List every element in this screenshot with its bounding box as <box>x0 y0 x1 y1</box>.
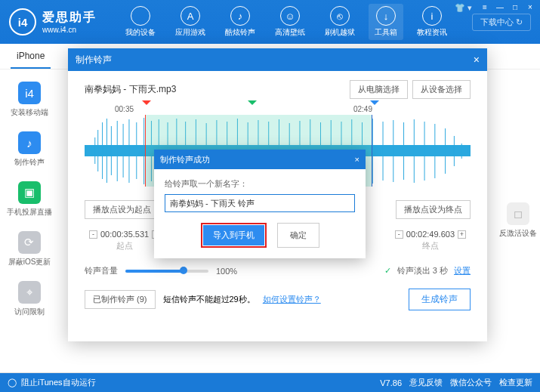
i4-icon: i4 <box>18 82 41 104</box>
ringtone-dialog-title: 制作铃声 <box>76 54 112 66</box>
highlight-box: 导入到手机 <box>201 223 267 248</box>
close-button[interactable]: × <box>525 3 535 11</box>
nav-label: 高清壁纸 <box>275 27 305 38</box>
end-minus-button[interactable]: - <box>395 230 403 239</box>
nav-ringtones[interactable]: ♪酷炫铃声 <box>219 4 261 40</box>
sidebar-install-mobile[interactable]: i4安装移动端 <box>11 82 48 118</box>
end-time-label: 终点 <box>395 240 466 252</box>
itunes-op-icon: ◯ <box>8 378 17 387</box>
sidebar-deactivate[interactable]: □反激活设备 <box>499 202 537 239</box>
rename-label: 给铃声取一个新名字： <box>165 178 355 190</box>
start-time-box: -00:00:35.531+ 起点 <box>89 230 160 252</box>
menu-icon[interactable]: ≡ <box>480 3 490 11</box>
maximize-button[interactable]: □ <box>510 3 520 11</box>
tab-iphone[interactable]: iPhone <box>11 45 51 69</box>
volume-label: 铃声音量 <box>85 265 118 276</box>
download-icon: ↓ <box>376 6 396 26</box>
statusbar: ◯ 阻止iTunes自动运行 V7.86 意见反馈 微信公众号 检查更新 <box>0 373 540 392</box>
audio-file-name: 南拳妈妈 - 下雨天.mp3 <box>85 83 176 96</box>
cast-icon: ▣ <box>18 181 41 204</box>
refresh-icon: ⟳ <box>18 231 41 254</box>
nav-label: 工具箱 <box>375 27 397 38</box>
window-controls: ≡ — □ × <box>480 3 535 11</box>
minimize-button[interactable]: — <box>495 3 505 11</box>
playhead-marker-icon[interactable] <box>248 100 257 108</box>
close-icon[interactable]: × <box>355 155 359 164</box>
close-icon[interactable]: × <box>474 54 480 66</box>
sidebar-block-update[interactable]: ⟳屏蔽iOS更新 <box>8 231 51 267</box>
made-ringtones-button[interactable]: 已制作铃声 (9) <box>85 290 156 309</box>
sidebar-label: 屏蔽iOS更新 <box>8 257 51 267</box>
end-time-value: 00:02:49.603 <box>406 230 455 239</box>
nav-apps[interactable]: A应用游戏 <box>169 4 211 40</box>
feedback-button[interactable]: 意见反馈 <box>409 377 443 388</box>
bottom-row: 已制作铃声 (9) 短信铃声不能超过29秒。 如何设置铃声？ 生成铃声 <box>85 289 471 310</box>
start-minus-button[interactable]: - <box>89 230 97 239</box>
end-plus-button[interactable]: + <box>458 230 466 239</box>
logo-badge-icon: i4 <box>9 8 36 35</box>
fade-settings-link[interactable]: 设置 <box>454 265 471 276</box>
set-start-button[interactable]: 播放点设为起点 <box>85 200 159 219</box>
bell-icon: ♪ <box>18 131 41 154</box>
download-center-button[interactable]: 下载中心 ↻ <box>472 14 531 31</box>
nav-flash[interactable]: ⎋刷机越狱 <box>319 4 361 40</box>
left-sidebar: i4安装移动端 ♪制作铃声 ▣手机投屏直播 ⟳屏蔽iOS更新 ⌖访问限制 <box>0 44 59 372</box>
nav-toolbox[interactable]: ↓工具箱 <box>369 4 403 40</box>
nav-tutorials[interactable]: i教程资讯 <box>411 4 453 40</box>
volume-value: 100% <box>216 267 237 276</box>
sidebar-label: 手机投屏直播 <box>7 207 52 218</box>
appstore-icon: A <box>181 6 200 26</box>
success-dialog: 制作铃声成功 × 给铃声取一个新名字： 导入到手机 确定 <box>154 150 366 258</box>
set-end-button[interactable]: 播放点设为终点 <box>396 200 471 219</box>
volume-row: 铃声音量 100% ✓ 铃声淡出 3 秒 设置 <box>85 265 471 276</box>
start-time-value: 00:00:35.531 <box>100 230 149 239</box>
select-from-device-button[interactable]: 从设备选择 <box>412 80 471 99</box>
import-to-phone-button[interactable]: 导入到手机 <box>203 225 264 245</box>
check-update-button[interactable]: 检查更新 <box>499 377 532 388</box>
nav-label: 刷机越狱 <box>325 27 355 38</box>
app-url: www.i4.cn <box>42 26 97 34</box>
end-marker-icon[interactable] <box>370 100 379 108</box>
nav-wallpapers[interactable]: ☺高清壁纸 <box>269 4 311 40</box>
block-itunes-toggle[interactable]: 阻止iTunes自动运行 <box>21 377 96 388</box>
success-dialog-title: 制作铃声成功 <box>160 154 210 165</box>
start-marker-icon[interactable] <box>142 100 151 108</box>
nav-label: 我的设备 <box>125 27 156 38</box>
nav-label: 教程资讯 <box>417 27 447 38</box>
sidebar-label: 访问限制 <box>14 307 45 317</box>
sidebar-label: 安装移动端 <box>11 107 48 118</box>
nav-label: 酷炫铃声 <box>225 27 255 38</box>
select-from-pc-button[interactable]: 从电脑选择 <box>350 80 408 99</box>
nav-my-device[interactable]: 我的设备 <box>119 4 162 40</box>
start-marker-time: 00:35 <box>115 105 134 113</box>
info-icon: i <box>422 6 442 26</box>
sidebar-make-ringtone[interactable]: ♪制作铃声 <box>14 131 45 168</box>
device-icon: □ <box>507 202 529 225</box>
nav-label: 应用游戏 <box>175 27 205 38</box>
version-label: V7.86 <box>380 378 402 387</box>
ok-button[interactable]: 确定 <box>277 223 319 248</box>
sidebar-label: 反激活设备 <box>499 228 537 239</box>
sidebar-screen-mirror[interactable]: ▣手机投屏直播 <box>7 181 52 218</box>
skin-icon[interactable]: 👕 ▾ <box>455 3 472 13</box>
apple-icon <box>131 6 150 26</box>
top-nav: 我的设备 A应用游戏 ♪酷炫铃声 ☺高清壁纸 ⎋刷机越狱 ↓工具箱 i教程资讯 <box>119 4 472 40</box>
lock-icon: ⌖ <box>18 281 41 304</box>
volume-slider[interactable] <box>125 270 208 273</box>
fade-out-label: 铃声淡出 3 秒 <box>397 265 448 276</box>
app-logo: i4 爱思助手 www.i4.cn <box>9 8 97 35</box>
sidebar-restrictions[interactable]: ⌖访问限制 <box>14 281 45 317</box>
titlebar: i4 爱思助手 www.i4.cn 我的设备 A应用游戏 ♪酷炫铃声 ☺高清壁纸… <box>0 0 540 44</box>
wechat-button[interactable]: 微信公众号 <box>450 377 492 388</box>
sidebar-label: 制作铃声 <box>14 157 45 168</box>
generate-ringtone-button[interactable]: 生成铃声 <box>409 289 471 310</box>
sms-hint: 短信铃声不能超过29秒。 <box>163 294 255 305</box>
ringtone-dialog-header: 制作铃声 × <box>68 48 487 71</box>
right-sidebar: □反激活设备 <box>496 44 540 372</box>
slider-thumb-icon[interactable] <box>180 267 187 274</box>
ringtone-name-input[interactable] <box>165 194 355 212</box>
flash-icon: ⎋ <box>330 6 350 26</box>
how-to-link[interactable]: 如何设置铃声？ <box>263 294 321 305</box>
start-time-label: 起点 <box>89 240 160 252</box>
app-name: 爱思助手 <box>42 10 97 26</box>
